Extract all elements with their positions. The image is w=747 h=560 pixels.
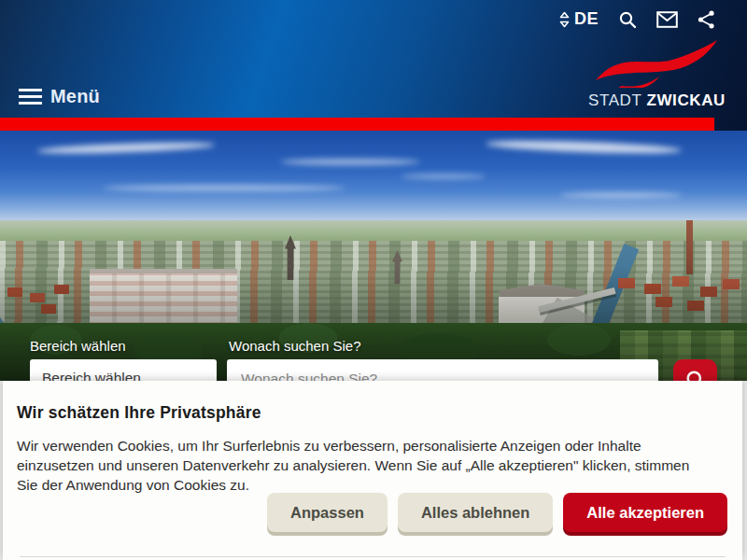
logo-wordmark: STADT ZWICKAU xyxy=(588,91,719,110)
cookie-button-row: Anpassen Alles ablehnen Alle akzeptieren xyxy=(267,493,727,532)
logo-zwickau: ZWICKAU xyxy=(646,91,725,109)
search-icon xyxy=(618,10,637,29)
sort-chevrons-icon xyxy=(559,11,570,28)
hamburger-icon xyxy=(19,89,42,105)
red-accent-bar xyxy=(0,118,714,131)
header-utility-bar: DE xyxy=(559,9,715,29)
cookie-banner-text: Wir verwenden Cookies, um Ihr Surferlebn… xyxy=(17,436,728,495)
share-button[interactable] xyxy=(698,10,715,29)
language-code: DE xyxy=(574,9,599,29)
site-header: DE xyxy=(0,0,747,131)
cookie-banner-title: Wir schätzen Ihre Privatsphäre xyxy=(17,403,728,423)
zwickau-swoosh-icon xyxy=(588,39,719,88)
share-icon xyxy=(698,10,715,29)
mail-button[interactable] xyxy=(656,11,678,28)
logo-stadt: STADT xyxy=(588,91,641,109)
envelope-icon xyxy=(656,11,678,28)
query-input-label: Wonach suchen Sie? xyxy=(229,338,360,354)
customize-cookies-button[interactable]: Anpassen xyxy=(267,493,388,532)
accept-all-cookies-button[interactable]: Alle akzeptieren xyxy=(563,493,727,532)
language-selector[interactable]: DE xyxy=(559,9,599,29)
cookie-consent-banner: Wir schätzen Ihre Privatsphäre Wir verwe… xyxy=(3,381,742,560)
banner-divider xyxy=(20,556,726,557)
area-select-label: Bereich wählen xyxy=(30,338,126,354)
stadt-zwickau-logo[interactable]: STADT ZWICKAU xyxy=(588,39,719,110)
reject-all-cookies-button[interactable]: Alles ablehnen xyxy=(398,493,553,532)
menu-button[interactable]: Menü xyxy=(19,86,100,107)
search-button[interactable] xyxy=(618,10,637,29)
menu-label: Menü xyxy=(50,86,100,107)
